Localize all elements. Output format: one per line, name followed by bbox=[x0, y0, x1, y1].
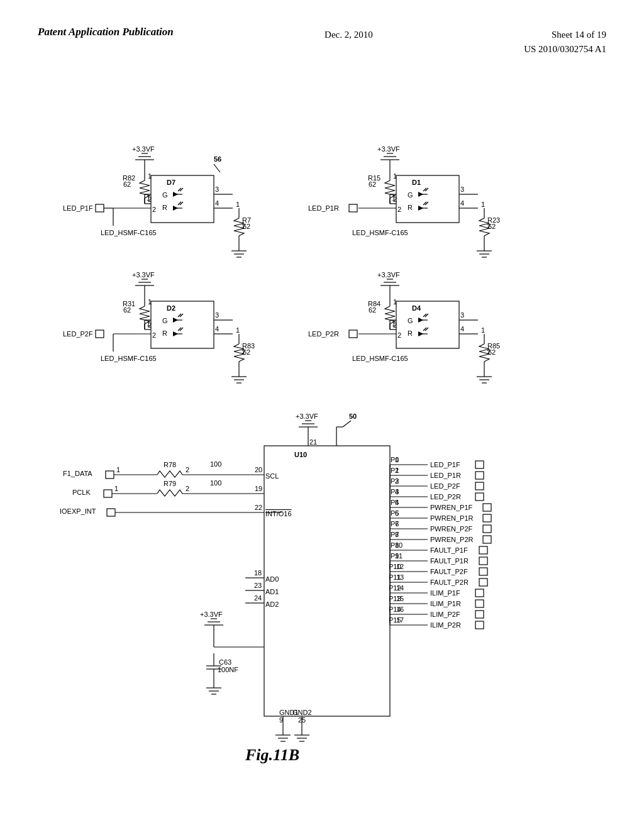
svg-rect-33 bbox=[96, 204, 104, 212]
svg-text:12: 12 bbox=[396, 563, 404, 570]
svg-rect-203 bbox=[106, 471, 114, 479]
svg-text:1: 1 bbox=[481, 326, 485, 334]
svg-rect-252 bbox=[475, 472, 484, 479]
svg-rect-282 bbox=[483, 536, 491, 543]
svg-text:16: 16 bbox=[396, 606, 404, 613]
svg-text:14: 14 bbox=[396, 584, 404, 592]
svg-text:FAULT_P2R: FAULT_P2R bbox=[430, 578, 469, 586]
svg-text:2: 2 bbox=[487, 223, 491, 230]
svg-text:4: 4 bbox=[215, 325, 219, 333]
svg-text:3: 3 bbox=[460, 185, 464, 193]
svg-text:AD1: AD1 bbox=[265, 588, 279, 595]
svg-text:4: 4 bbox=[460, 199, 464, 207]
svg-text:AD0: AD0 bbox=[265, 575, 279, 583]
svg-text:62: 62 bbox=[123, 180, 131, 188]
svg-text:1: 1 bbox=[147, 194, 150, 202]
svg-text:17: 17 bbox=[396, 616, 404, 624]
svg-text:18: 18 bbox=[254, 569, 262, 577]
svg-rect-262 bbox=[475, 493, 484, 501]
publication-title: Patent Application Publication bbox=[38, 26, 174, 38]
svg-text:1: 1 bbox=[392, 194, 396, 202]
svg-text:D1: D1 bbox=[412, 179, 421, 186]
svg-text:1: 1 bbox=[395, 456, 399, 463]
svg-marker-15 bbox=[173, 192, 178, 197]
svg-text:1: 1 bbox=[481, 201, 485, 208]
schematic-svg: text { font-family: 'Arial', sans-serif;… bbox=[0, 62, 644, 817]
svg-text:ILIM_P2R: ILIM_P2R bbox=[430, 621, 461, 629]
svg-text:GND2: GND2 bbox=[292, 709, 312, 716]
svg-text:ILIM_P2F: ILIM_P2F bbox=[430, 611, 460, 618]
svg-rect-322 bbox=[475, 621, 484, 629]
svg-text:100NF: 100NF bbox=[218, 666, 238, 673]
svg-text:PWREN_P1R: PWREN_P1R bbox=[430, 514, 474, 522]
svg-text:1: 1 bbox=[147, 320, 150, 328]
svg-text:11: 11 bbox=[395, 552, 402, 560]
svg-text:+3.3VF: +3.3VF bbox=[377, 145, 400, 153]
svg-text:10: 10 bbox=[395, 541, 402, 549]
svg-text:LED_HSMF-C165: LED_HSMF-C165 bbox=[352, 355, 408, 362]
svg-text:2: 2 bbox=[242, 223, 245, 230]
svg-text:3: 3 bbox=[460, 311, 464, 319]
svg-rect-224 bbox=[107, 509, 115, 516]
svg-text:1: 1 bbox=[236, 201, 240, 208]
svg-text:SCL: SCL bbox=[265, 472, 279, 480]
svg-rect-11 bbox=[151, 175, 214, 223]
svg-text:G: G bbox=[408, 191, 413, 199]
svg-text:22: 22 bbox=[255, 504, 262, 511]
svg-text:62: 62 bbox=[369, 306, 376, 314]
header-right: Sheet 14 of 19 US 2010/0302754 A1 bbox=[524, 25, 606, 56]
svg-text:G: G bbox=[162, 317, 168, 324]
svg-rect-302 bbox=[479, 578, 487, 586]
svg-text:4: 4 bbox=[395, 488, 399, 495]
svg-rect-272 bbox=[483, 514, 491, 522]
svg-text:C63: C63 bbox=[219, 658, 231, 666]
svg-marker-70 bbox=[418, 206, 423, 211]
svg-text:G: G bbox=[162, 191, 168, 199]
svg-text:F1_DATA: F1_DATA bbox=[63, 470, 92, 477]
svg-text:ILIM_P1R: ILIM_P1R bbox=[430, 600, 461, 607]
svg-marker-111 bbox=[173, 318, 178, 323]
svg-text:2: 2 bbox=[152, 331, 156, 339]
svg-text:PWREN_P2F: PWREN_P2F bbox=[430, 525, 473, 533]
svg-text:FAULT_P1F: FAULT_P1F bbox=[430, 546, 468, 554]
svg-text:1: 1 bbox=[114, 485, 118, 492]
svg-text:5: 5 bbox=[395, 499, 399, 506]
svg-text:LED_P2R: LED_P2R bbox=[430, 493, 461, 501]
svg-text:D4: D4 bbox=[412, 304, 421, 312]
svg-rect-312 bbox=[475, 600, 484, 607]
publication-date: Dec. 2, 2010 bbox=[325, 30, 373, 40]
svg-text:R: R bbox=[408, 329, 413, 337]
svg-text:R: R bbox=[162, 329, 167, 337]
svg-text:+3.3VF: +3.3VF bbox=[132, 145, 155, 153]
svg-marker-116 bbox=[173, 331, 178, 336]
svg-text:Fig.11B: Fig.11B bbox=[245, 746, 299, 764]
svg-text:4: 4 bbox=[460, 325, 464, 333]
schematic-area: text { font-family: 'Arial', sans-serif;… bbox=[0, 62, 644, 817]
svg-text:13: 13 bbox=[396, 573, 404, 581]
svg-text:LED_HSMF-C165: LED_HSMF-C165 bbox=[352, 229, 408, 236]
svg-text:LED_P1F: LED_P1F bbox=[430, 461, 460, 468]
svg-text:IOEXP_INT: IOEXP_INT bbox=[60, 507, 96, 515]
svg-rect-247 bbox=[475, 461, 484, 468]
svg-text:62: 62 bbox=[123, 306, 131, 314]
svg-text:3: 3 bbox=[395, 477, 399, 485]
header-center: Dec. 2, 2010 bbox=[325, 25, 373, 42]
svg-rect-292 bbox=[479, 557, 487, 565]
svg-text:1: 1 bbox=[116, 466, 120, 473]
svg-rect-267 bbox=[483, 504, 491, 511]
svg-text:ILIM_P1F: ILIM_P1F bbox=[430, 589, 460, 597]
header: Patent Application Publication Dec. 2, 2… bbox=[0, 0, 644, 62]
svg-rect-107 bbox=[151, 301, 214, 348]
svg-rect-175 bbox=[349, 330, 357, 338]
svg-text:20: 20 bbox=[255, 466, 262, 473]
svg-text:23: 23 bbox=[254, 582, 262, 589]
svg-rect-287 bbox=[479, 546, 487, 554]
svg-text:LED_P2R: LED_P2R bbox=[308, 330, 339, 338]
svg-text:LED_HSMF-C165: LED_HSMF-C165 bbox=[101, 355, 157, 362]
svg-rect-307 bbox=[475, 589, 484, 597]
svg-text:LED_P1R: LED_P1R bbox=[430, 472, 461, 479]
svg-text:D2: D2 bbox=[167, 304, 175, 312]
svg-text:2: 2 bbox=[152, 206, 156, 213]
svg-rect-317 bbox=[475, 611, 484, 618]
page: Patent Application Publication Dec. 2, 2… bbox=[0, 0, 644, 830]
